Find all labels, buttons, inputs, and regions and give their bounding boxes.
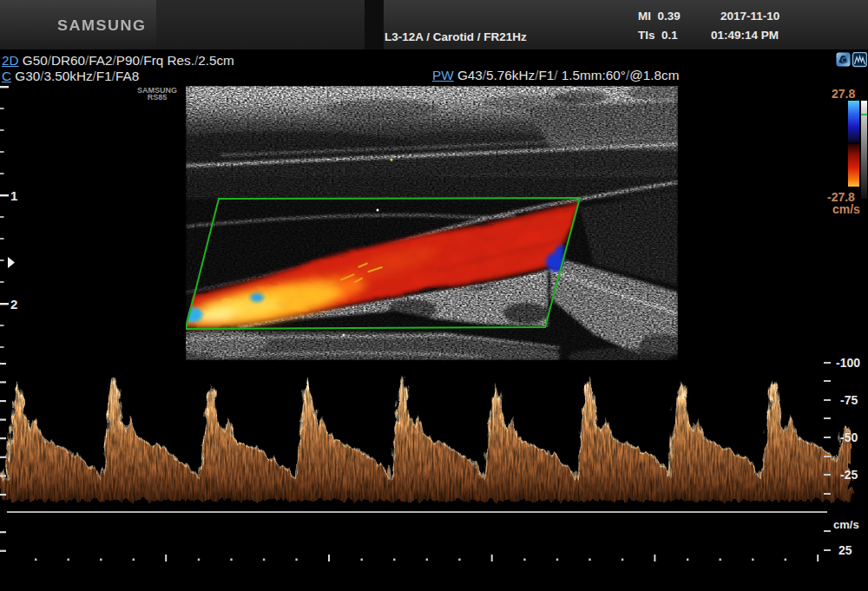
svg-text:2: 2 bbox=[10, 297, 17, 312]
svg-text:1: 1 bbox=[10, 188, 17, 203]
